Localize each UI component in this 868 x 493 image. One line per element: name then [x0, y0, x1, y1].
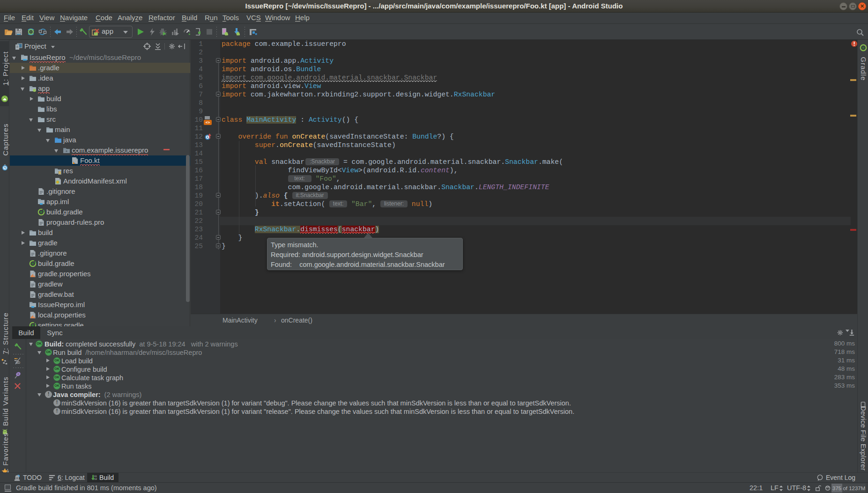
svg-text:01: 01	[94, 475, 97, 478]
svg-text:10: 10	[94, 478, 97, 481]
